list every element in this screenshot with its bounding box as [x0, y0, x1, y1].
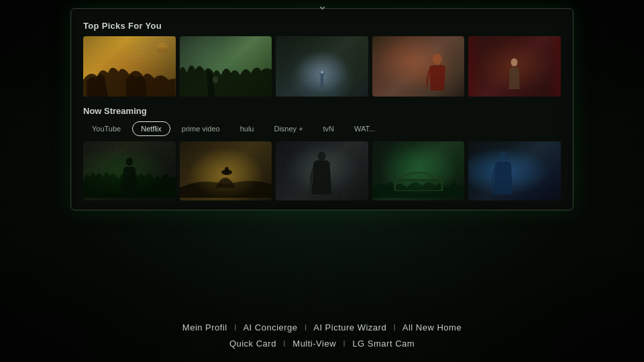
top-picks-row	[83, 36, 561, 97]
bottom-menu: Mein Profil I AI Concierge I AI Picture …	[182, 320, 462, 362]
svg-point-10	[225, 167, 229, 172]
tab-youtube[interactable]: YouTube	[83, 121, 129, 136]
separator-2: I	[305, 322, 307, 333]
tab-hulu[interactable]: hulu	[231, 121, 263, 136]
menu-item-mein-profil[interactable]: Mein Profil	[182, 322, 227, 333]
tab-tvn[interactable]: tvN	[315, 121, 343, 136]
stream-card-5[interactable]	[468, 141, 561, 200]
bottom-menu-row-2: Quick Card I Multi-View I LG Smart Cam	[182, 336, 462, 351]
tab-disney[interactable]: Disney +	[265, 121, 311, 136]
streaming-row	[83, 141, 561, 200]
bottom-menu-row-1: Mein Profil I AI Concierge I AI Picture …	[182, 320, 462, 335]
streaming-tabs: YouTube Netflix prime video hulu Disney …	[83, 121, 561, 136]
separator-4: I	[283, 339, 286, 349]
svg-point-6	[433, 54, 442, 64]
svg-point-2	[212, 76, 217, 83]
menu-item-quick-card[interactable]: Quick Card	[229, 339, 276, 349]
svg-rect-1	[158, 48, 167, 53]
menu-item-all-new-home[interactable]: All New Home	[402, 322, 462, 333]
separator-3: I	[393, 322, 396, 333]
stream-card-2[interactable]	[180, 141, 272, 200]
svg-point-11	[317, 152, 325, 161]
top-pick-card-3[interactable]	[276, 36, 368, 97]
tab-prime[interactable]: prime video	[173, 121, 229, 136]
menu-item-multi-view[interactable]: Multi-View	[292, 339, 336, 349]
top-picks-section: Top Picks For You	[83, 21, 561, 97]
now-streaming-title: Now Streaming	[83, 106, 561, 116]
separator-5: I	[343, 339, 345, 349]
now-streaming-section: Now Streaming YouTube Netflix prime vide…	[83, 106, 561, 200]
top-picks-title: Top Picks For You	[83, 21, 561, 31]
stream-card-1[interactable]	[83, 141, 176, 200]
stream-card-3[interactable]	[276, 141, 368, 200]
tv-screen: ⌄ Top Picks For You	[70, 8, 574, 210]
stream-card-4[interactable]	[372, 141, 465, 200]
top-pick-card-4[interactable]	[372, 36, 465, 97]
main-container: ⌄ Top Picks For You	[0, 0, 644, 362]
svg-point-5	[321, 71, 323, 74]
tab-netflix[interactable]: Netflix	[132, 121, 170, 136]
separator-1: I	[234, 322, 237, 333]
svg-point-7	[511, 58, 518, 66]
menu-item-lg-smart-cam[interactable]: LG Smart Cam	[352, 339, 415, 349]
top-pick-card-1[interactable]	[83, 36, 176, 97]
tab-wat[interactable]: WAT...	[345, 121, 384, 136]
chevron-icon[interactable]: ⌄	[317, 0, 327, 11]
svg-rect-12	[392, 179, 445, 182]
svg-point-8	[126, 158, 133, 166]
top-pick-card-2[interactable]	[180, 36, 272, 97]
svg-point-13	[500, 152, 506, 160]
menu-item-ai-concierge[interactable]: AI Concierge	[243, 322, 297, 333]
menu-item-ai-picture-wizard[interactable]: AI Picture Wizard	[313, 322, 386, 333]
top-pick-card-5[interactable]	[468, 36, 561, 97]
